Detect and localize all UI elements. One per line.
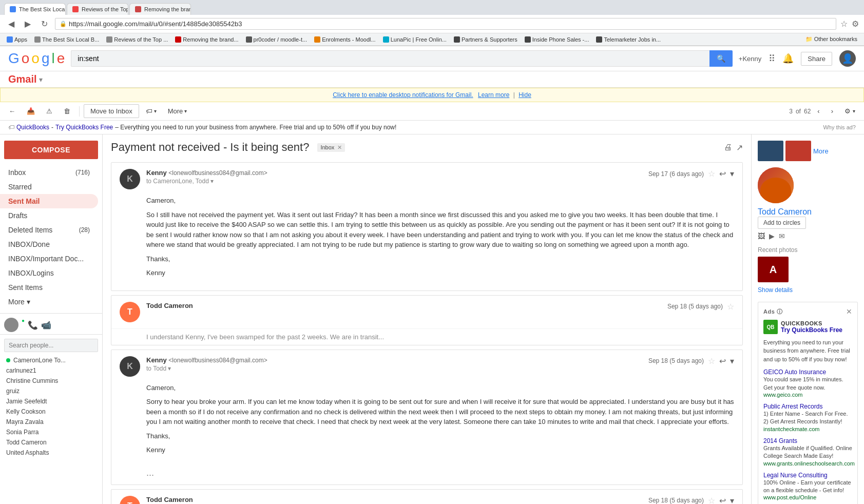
contact-cameronlone[interactable]: CameronLone To... <box>4 355 98 365</box>
move-inbox-button[interactable]: Move to Inbox <box>84 104 139 118</box>
user-name-label[interactable]: +Kenny <box>739 55 761 63</box>
bookmark-4[interactable]: pr0coder / moodle-t... <box>243 35 310 44</box>
sidebar-item-starred[interactable]: Starred <box>0 180 98 194</box>
sidebar-item-sent-mail[interactable]: Sent Mail <box>0 194 98 208</box>
back-button[interactable]: ◀ <box>5 18 17 30</box>
bookmark-2[interactable]: Reviews of the Top ... <box>104 35 170 44</box>
open-in-new-icon[interactable]: ↗ <box>736 143 743 152</box>
legal-nurse-title[interactable]: Legal Nurse Consulting <box>763 472 852 479</box>
star-button-4[interactable]: ☆ <box>708 496 715 505</box>
forward-button[interactable]: ▶ <box>22 18 34 30</box>
enable-notifications-link[interactable]: Click here to enable desktop notificatio… <box>333 91 473 99</box>
inbox-badge-close[interactable]: ✕ <box>337 144 342 150</box>
expand-dots-3[interactable]: ··· <box>146 470 154 480</box>
bookmark-9[interactable]: Telemarketer Jobs in... <box>593 35 663 44</box>
star-button-1[interactable]: ☆ <box>708 169 715 179</box>
contact-photos-icon[interactable]: 🖼 <box>758 232 765 240</box>
video-call-icon[interactable]: 📹 <box>41 318 51 332</box>
contact-video-icon[interactable]: ▶ <box>769 232 775 240</box>
search-people-input[interactable] <box>4 339 98 352</box>
phone-icon[interactable]: 📞 <box>28 318 38 332</box>
contact-carlnunez[interactable]: carlnunez1 <box>4 365 98 376</box>
geico-ad-title[interactable]: GEICO Auto Insurance <box>763 369 852 376</box>
browser-tab[interactable]: Removing the brand... <box>129 3 191 15</box>
contact-email-icon[interactable]: ✉ <box>779 232 785 240</box>
contact-sonia[interactable]: Sonia Parra <box>4 427 98 437</box>
grants-url[interactable]: www.grants.onlineschoolsearch.com <box>763 460 852 467</box>
star-button-3[interactable]: ☆ <box>708 356 715 366</box>
email-message-4-header[interactable]: T Todd Cameron to me ▾ Sep 18 (5 days ag… <box>111 490 742 505</box>
bookmark-3[interactable]: Removing the brand... <box>172 35 241 44</box>
print-icon[interactable]: 🖨 <box>724 143 732 152</box>
reload-button[interactable]: ↻ <box>38 18 51 30</box>
archive-button[interactable]: 📥 <box>22 104 40 118</box>
contact-name-link[interactable]: Todd Cameron <box>758 207 812 216</box>
sidebar-item-deleted[interactable]: Deleted Items (28) <box>0 223 98 237</box>
quickbooks-ad-title[interactable]: Try QuickBooks Free <box>781 326 842 334</box>
more-photos-link[interactable]: More <box>813 147 829 155</box>
show-details-link[interactable]: Show details <box>758 286 858 294</box>
back-to-list-button[interactable]: ← <box>4 104 20 118</box>
arrest-records-title[interactable]: Public Arrest Records <box>763 403 852 410</box>
more-actions-button[interactable]: More ▾ <box>163 104 192 118</box>
bookmark-apps[interactable]: Apps <box>4 35 30 44</box>
gmail-dropdown-arrow[interactable]: ▾ <box>39 75 43 84</box>
bookmark-1[interactable]: The Best Six Local B... <box>32 35 102 44</box>
apps-grid-button[interactable]: ⠿ <box>769 53 775 64</box>
settings-button[interactable]: ⚙ ▾ <box>840 104 860 118</box>
why-this-ad-link[interactable]: Why this ad? <box>823 124 856 130</box>
bookmark-5[interactable]: Enrolments - Moodl... <box>312 35 378 44</box>
geico-ad-url[interactable]: www.geico.com <box>763 392 852 398</box>
add-to-circles-button[interactable]: Add to circles <box>758 217 806 229</box>
user-avatar-button[interactable]: 👤 <box>839 50 856 67</box>
show-more-3[interactable]: ··· <box>111 468 742 484</box>
sidebar-item-inbox-done[interactable]: INBOX/Done <box>0 237 98 251</box>
star-button-2[interactable]: ☆ <box>727 302 734 312</box>
learn-more-link[interactable]: Learn more <box>478 91 509 99</box>
email-to-1[interactable]: to CameronLone, Todd ▾ <box>146 178 648 185</box>
contact-todd[interactable]: Todd Cameron <box>4 437 98 448</box>
inbox-badge[interactable]: Inbox ✕ <box>317 143 345 152</box>
prev-page-button[interactable]: ‹ <box>813 104 824 118</box>
extensions-icon[interactable]: ⚙ <box>852 19 859 29</box>
report-spam-button[interactable]: ⚠ <box>42 104 57 118</box>
labels-button[interactable]: 🏷 ▾ <box>141 104 161 118</box>
bookmark-7[interactable]: Partners & Supporters <box>451 35 520 44</box>
contact-united[interactable]: United Asphalts <box>4 448 98 458</box>
hide-notification-link[interactable]: Hide <box>519 91 531 99</box>
reply-button-4[interactable]: ↩ <box>719 496 726 505</box>
delete-button[interactable]: 🗑 <box>59 104 75 118</box>
sidebar-item-inbox-important[interactable]: INBOX/Important Doc... <box>0 251 98 266</box>
sidebar-item-drafts[interactable]: Drafts <box>0 208 98 223</box>
more-button-3[interactable]: ▾ <box>730 356 734 366</box>
bookmark-star-icon[interactable]: ☆ <box>840 19 848 29</box>
bookmark-6[interactable]: LunaPic | Free Onlin... <box>380 35 449 44</box>
grants-title[interactable]: 2014 Grants <box>763 437 852 444</box>
arrest-records-url[interactable]: instantcheckmate.com <box>763 426 852 432</box>
browser-tab[interactable]: Reviews of the Top ... <box>67 3 128 15</box>
reply-button-1[interactable]: ↩ <box>719 169 726 179</box>
active-tab[interactable]: The Best Six Local B... <box>4 3 66 15</box>
sidebar-item-inbox-logins[interactable]: INBOX/Logins <box>0 266 98 280</box>
ad-brand-link[interactable]: QuickBooks <box>16 124 49 131</box>
email-preview-2[interactable]: I understand Kenny, I've been swamped fo… <box>111 328 742 345</box>
compose-button[interactable]: COMPOSE <box>4 141 98 159</box>
email-message-3-header[interactable]: K Kenny <lonewolfbusiness084@gmail.com> … <box>111 350 742 383</box>
search-input[interactable] <box>71 50 709 67</box>
contact-kelly[interactable]: Kelly Cookson <box>4 406 98 417</box>
email-to-3[interactable]: to Todd ▾ <box>146 365 648 372</box>
contact-gruiz[interactable]: gruiz <box>4 386 98 396</box>
ad-cta-link[interactable]: Try QuickBooks Free <box>55 124 113 131</box>
url-input[interactable] <box>69 20 832 28</box>
email-message-2-header[interactable]: T Todd Cameron Sep 18 (5 days ago) ☆ <box>111 296 742 328</box>
ads-close-button[interactable]: ✕ <box>846 307 852 316</box>
email-message-1-header[interactable]: K Kenny <lonewolfbusiness084@gmail.com> … <box>111 163 742 196</box>
bookmark-8[interactable]: Inside Phone Sales -... <box>522 35 592 44</box>
contact-jamie[interactable]: Jamie Seefeldt <box>4 396 98 406</box>
next-page-button[interactable]: › <box>827 104 838 118</box>
contact-mayra[interactable]: Mayra Zavala <box>4 417 98 427</box>
contact-christine[interactable]: Christine Cummins <box>4 376 98 386</box>
bookmark-other[interactable]: 📁 Other bookmarks <box>803 35 860 44</box>
notifications-button[interactable]: 🔔 <box>782 53 794 64</box>
share-button[interactable]: Share <box>801 52 832 66</box>
